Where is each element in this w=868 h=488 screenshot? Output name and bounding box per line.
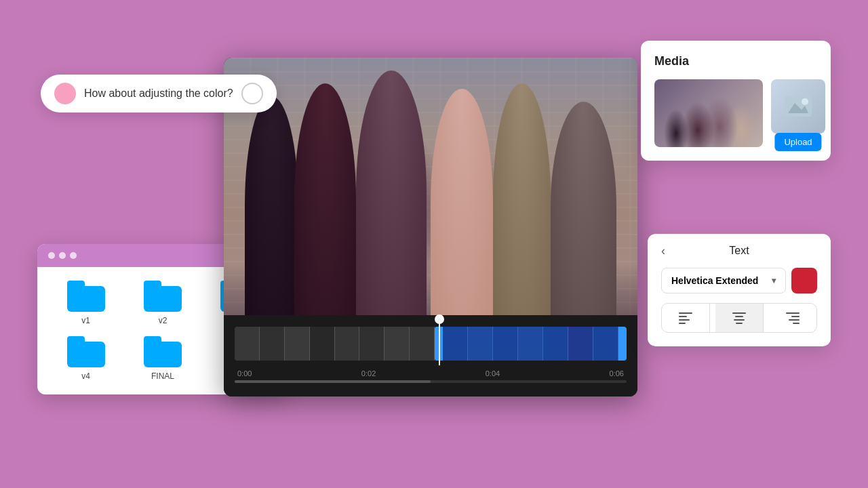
timeline-progress-fill — [235, 380, 431, 383]
timeline-ruler: 0:00 0:02 0:04 0:06 — [235, 369, 627, 378]
folder-label: v1 — [81, 316, 90, 325]
ruler-label-3: 0:06 — [610, 369, 624, 378]
prompt-action-circle[interactable] — [241, 83, 263, 104]
text-align-options — [661, 303, 817, 333]
align-left-button[interactable] — [662, 304, 710, 332]
media-thumbnail-secondary[interactable] — [771, 79, 825, 134]
landscape-icon — [785, 96, 812, 117]
titlebar-dot-2 — [59, 252, 66, 259]
text-panel-header: ‹ Text — [661, 245, 817, 257]
media-title: Media — [654, 54, 817, 68]
video-preview — [224, 58, 637, 315]
align-left-icon — [679, 312, 692, 324]
folder-item[interactable]: v4 — [51, 336, 121, 381]
folder-item[interactable]: v2 — [127, 281, 197, 325]
titlebar-dot-3 — [70, 252, 77, 259]
folder-icon — [144, 336, 182, 367]
ruler-label-2: 0:04 — [486, 369, 500, 378]
filmstrip[interactable] — [235, 327, 627, 361]
timeline: 0:00 0:02 0:04 0:06 — [224, 315, 637, 396]
ruler-label-0: 0:00 — [237, 369, 252, 378]
folder-label: v2 — [159, 316, 167, 325]
folder-label: FINAL — [151, 371, 174, 381]
prompt-bubble[interactable]: How about adjusting the color? — [41, 75, 277, 113]
folder-label: v4 — [81, 371, 90, 381]
ruler-label-1: 0:02 — [361, 369, 376, 378]
folder-icon — [67, 281, 105, 312]
font-row: Helvetica Extended ▾ — [661, 268, 817, 293]
folder-icon — [67, 336, 105, 367]
upload-button[interactable]: Upload — [774, 133, 821, 151]
align-center-icon — [732, 312, 746, 324]
video-frame — [224, 58, 637, 315]
folder-icon — [144, 281, 182, 312]
pre-highlight — [235, 327, 435, 361]
media-panel: Media Upload — [641, 41, 831, 161]
highlighted-segment — [443, 327, 618, 361]
color-swatch[interactable] — [791, 268, 817, 293]
timeline-progress-bar[interactable] — [235, 380, 627, 383]
text-panel: ‹ Text Helvetica Extended ▾ — [648, 234, 831, 346]
titlebar-dot-1 — [48, 252, 55, 259]
dropdown-arrow-icon: ▾ — [772, 276, 776, 285]
back-button[interactable]: ‹ — [661, 244, 665, 258]
media-thumbnail-main[interactable] — [654, 79, 763, 147]
text-panel-title: Text — [729, 245, 749, 257]
svg-point-2 — [802, 98, 808, 105]
video-editor-window: 0:00 0:02 0:04 0:06 — [224, 58, 637, 396]
align-right-icon — [786, 312, 800, 324]
font-name: Helvetica Extended — [671, 275, 758, 286]
playhead[interactable] — [439, 318, 440, 365]
timeline-track — [235, 323, 627, 364]
align-center-button[interactable] — [715, 304, 764, 332]
timeline-handle-right[interactable] — [618, 327, 627, 361]
align-right-button[interactable] — [769, 304, 816, 332]
font-selector[interactable]: Helvetica Extended ▾ — [661, 268, 786, 293]
prompt-text: How about adjusting the color? — [84, 87, 233, 100]
folder-item[interactable]: FINAL — [127, 336, 197, 381]
folder-item[interactable]: v1 — [51, 281, 121, 325]
ai-icon — [54, 83, 76, 104]
media-upload-area: Upload — [771, 79, 825, 143]
media-grid: Upload — [654, 79, 817, 147]
